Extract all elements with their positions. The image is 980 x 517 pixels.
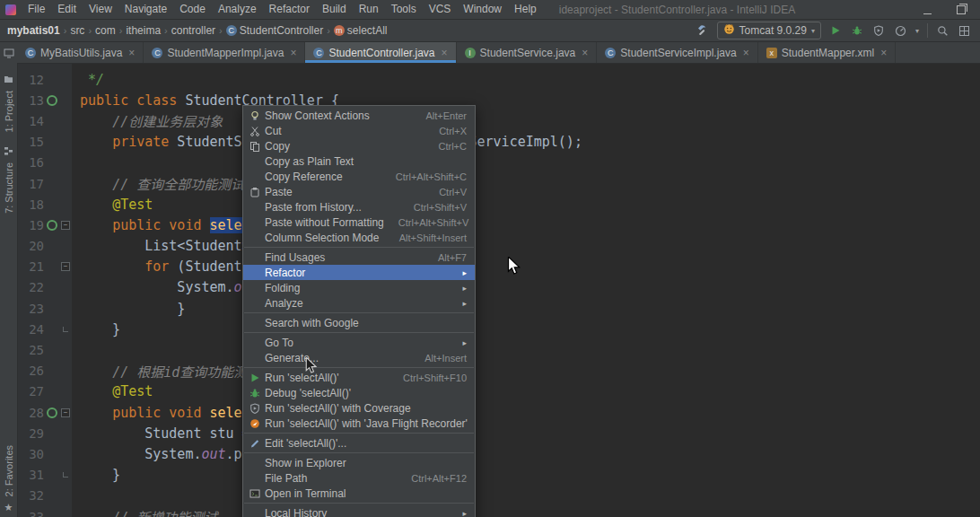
coverage-button[interactable] xyxy=(872,24,886,38)
intellij-window: FileEditViewNavigateCodeAnalyzeRefactorB… xyxy=(0,0,980,517)
tab-close-icon[interactable]: × xyxy=(743,47,749,59)
toolwindow-7-structure[interactable]: 7: Structure xyxy=(4,143,14,214)
method-badge-icon: m xyxy=(334,25,345,36)
code-text: // 根据id查询功能测试 xyxy=(72,362,260,381)
menu-file[interactable]: File xyxy=(22,0,51,19)
interface-file-icon: I xyxy=(465,48,476,58)
breadcrumb-com[interactable]: com xyxy=(95,24,116,37)
menu-code[interactable]: Code xyxy=(173,0,212,19)
menu-item-edit-selectall[interactable]: Edit 'selectAll()'... xyxy=(243,435,475,451)
menu-item-column-selection-mode[interactable]: Column Selection ModeAlt+Shift+Insert xyxy=(243,230,475,245)
menu-item-paste-from-history[interactable]: Paste from History...Ctrl+Shift+V xyxy=(243,199,475,215)
line-number: 21 xyxy=(17,259,44,274)
tab-close-icon[interactable]: × xyxy=(128,47,135,59)
toolwindow-1-project[interactable]: 1: Project xyxy=(4,71,14,132)
menu-item-icon-placeholder xyxy=(247,337,262,348)
line-number: 16 xyxy=(17,155,44,170)
tab-close-icon[interactable]: × xyxy=(582,47,588,59)
editor-tab-bar: CMyBatisUtils.java×CStudentMapperImpl.ja… xyxy=(17,42,980,64)
breadcrumb-itheima[interactable]: itheima xyxy=(126,24,161,37)
tab-studentcontroller-java[interactable]: CStudentController.java× xyxy=(305,42,456,63)
menu-item-show-context-actions[interactable]: Show Context ActionsAlt+Enter xyxy=(243,108,475,123)
search-everywhere-icon[interactable] xyxy=(936,24,949,38)
code-line-20: 20 List<Student> list = service.selectAl… xyxy=(17,236,980,257)
tab-label: StudentService.java xyxy=(480,47,576,59)
debug-button[interactable] xyxy=(851,24,864,38)
menu-item-file-path[interactable]: File PathCtrl+Alt+F12 xyxy=(243,470,475,486)
xml-file-icon: x xyxy=(766,48,777,58)
menu-item-run-selectall-with-java-flight-recorder[interactable]: Run 'selectAll()' with 'Java Flight Reco… xyxy=(243,416,475,431)
fold-end-marker[interactable] xyxy=(63,327,68,332)
code-editor[interactable]: 12 */13public class StudentController {1… xyxy=(17,64,980,517)
code-line-16: 16 xyxy=(17,153,980,173)
fold-end-marker[interactable] xyxy=(63,472,68,478)
menu-run[interactable]: Run xyxy=(353,0,385,19)
line-number: 29 xyxy=(17,426,44,441)
menu-item-go-to[interactable]: Go To▸ xyxy=(243,335,475,350)
tab-studentmapperimpl-java[interactable]: CStudentMapperImpl.java× xyxy=(144,42,305,63)
fold-marker[interactable]: − xyxy=(61,221,70,230)
run-test-gutter-icon[interactable] xyxy=(47,220,57,231)
tab-studentserviceimpl-java[interactable]: CStudentServiceImpl.java× xyxy=(597,42,757,63)
tab-mybatisutils-java[interactable]: CMyBatisUtils.java× xyxy=(17,42,144,63)
menu-edit[interactable]: Edit xyxy=(51,0,83,19)
menu-item-label: Copy Reference xyxy=(265,171,343,183)
menu-analyze[interactable]: Analyze xyxy=(212,0,263,19)
menu-item-copy[interactable]: CopyCtrl+C xyxy=(243,138,475,153)
breadcrumb-mybatis01[interactable]: mybatis01 xyxy=(7,24,60,37)
fold-marker[interactable]: − xyxy=(61,262,70,271)
menu-item-analyze[interactable]: Analyze▸ xyxy=(243,295,475,311)
tab-close-icon[interactable]: × xyxy=(290,47,296,59)
menu-item-local-history[interactable]: Local History▸ xyxy=(243,505,475,517)
breadcrumb-selectall[interactable]: selectAll xyxy=(347,24,388,37)
run-test-gutter-icon[interactable] xyxy=(47,95,57,106)
menu-window[interactable]: Window xyxy=(457,0,508,19)
menu-refactor[interactable]: Refactor xyxy=(263,0,316,19)
tab-close-icon[interactable]: × xyxy=(442,47,448,59)
restore-icon[interactable] xyxy=(957,2,966,18)
tab-studentservice-java[interactable]: IStudentService.java× xyxy=(457,42,598,63)
toolwindow-2-favorites[interactable]: 2: Favorites xyxy=(4,445,14,496)
menu-navigate[interactable]: Navigate xyxy=(118,0,173,19)
menu-item-generate[interactable]: Generate...Alt+Insert xyxy=(243,350,475,365)
breadcrumb-studentcontroller[interactable]: StudentController xyxy=(240,24,323,37)
menu-item-paste-without-formatting[interactable]: Paste without FormattingCtrl+Alt+Shift+V xyxy=(243,215,475,230)
tab-close-icon[interactable]: × xyxy=(880,47,887,59)
tool-switcher-icon[interactable] xyxy=(2,47,15,60)
run-test-gutter-icon[interactable] xyxy=(47,407,57,418)
build-hammer-icon[interactable] xyxy=(696,24,709,38)
menu-item-folding[interactable]: Folding▸ xyxy=(243,280,475,295)
menu-item-open-in-terminal[interactable]: Open in Terminal xyxy=(243,486,475,501)
menu-help[interactable]: Help xyxy=(508,0,543,19)
menu-item-find-usages[interactable]: Find UsagesAlt+F7 xyxy=(243,250,475,265)
menu-item-run-selectall-with-coverage[interactable]: Run 'selectAll()' with Coverage xyxy=(243,400,475,416)
line-number: 19 xyxy=(17,218,44,232)
breadcrumb-controller[interactable]: controller xyxy=(171,24,215,37)
menu-build[interactable]: Build xyxy=(316,0,353,19)
menu-item-show-in-explorer[interactable]: Show in Explorer xyxy=(243,455,475,470)
run-configuration-select[interactable]: Tomcat 9.0.29▾ xyxy=(717,22,821,39)
menu-item-refactor[interactable]: Refactor▸ xyxy=(243,265,475,280)
menu-view[interactable]: View xyxy=(83,0,118,19)
breadcrumb-src[interactable]: src xyxy=(70,24,84,37)
profiler-button[interactable] xyxy=(894,24,907,38)
menu-item-icon-placeholder xyxy=(247,251,262,263)
run-button[interactable] xyxy=(829,24,843,38)
tab-studentmapper-xml[interactable]: xStudentMapper.xml× xyxy=(758,42,896,63)
menu-item-copy-as-plain-text[interactable]: Copy as Plain Text xyxy=(243,153,475,169)
fold-marker[interactable]: − xyxy=(61,408,70,417)
minimize-icon[interactable] xyxy=(923,2,932,18)
line-number: 22 xyxy=(17,280,44,294)
menu-item-cut[interactable]: CutCtrl+X xyxy=(243,123,475,138)
code-line-30: 30 System.out.println(stu); xyxy=(17,443,980,464)
menu-item-debug-selectall[interactable]: Debug 'selectAll()' xyxy=(243,385,475,400)
menu-item-copy-reference[interactable]: Copy ReferenceCtrl+Alt+Shift+C xyxy=(243,169,475,184)
menu-item-search-with-google[interactable]: Search with Google xyxy=(243,315,475,330)
toolbar-separator xyxy=(927,23,928,38)
menu-tools[interactable]: Tools xyxy=(385,0,423,19)
menu-vcs[interactable]: VCS xyxy=(423,0,458,19)
menu-item-label: Cut xyxy=(265,125,282,137)
layout-grid-icon[interactable] xyxy=(958,24,971,38)
menu-item-run-selectall[interactable]: Run 'selectAll()'Ctrl+Shift+F10 xyxy=(243,370,475,385)
menu-item-paste[interactable]: PasteCtrl+V xyxy=(243,184,475,199)
